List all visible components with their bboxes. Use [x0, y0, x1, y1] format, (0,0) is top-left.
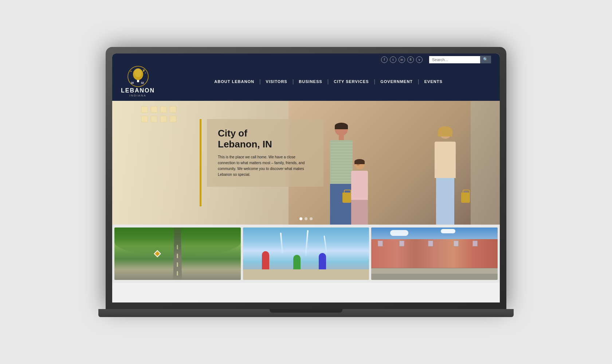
- nav-about-lebanon[interactable]: ABOUT LEBANON: [209, 79, 259, 84]
- nav-events[interactable]: EVENTS: [419, 79, 448, 84]
- figure-woman: [431, 126, 460, 225]
- laptop-body: f t in fl v 🔍: [106, 47, 506, 309]
- vimeo-icon[interactable]: v: [416, 56, 423, 63]
- figure-child: [349, 159, 370, 225]
- photo-strip: [112, 225, 500, 283]
- flickr-icon[interactable]: fl: [407, 56, 414, 63]
- child-torso: [351, 171, 368, 200]
- window-2: [399, 241, 404, 246]
- screen-bezel: f t in fl v 🔍: [112, 54, 500, 302]
- hero-title-line1: City of: [218, 128, 247, 139]
- man-hair: [335, 123, 348, 129]
- cloud-2: [441, 229, 455, 233]
- sculpture-1: [262, 251, 269, 269]
- nav-business[interactable]: BUSINESS: [294, 79, 327, 84]
- twitter-icon[interactable]: t: [390, 56, 396, 63]
- nav-visitors[interactable]: VISITORS: [261, 79, 293, 84]
- screen-content: f t in fl v 🔍: [112, 54, 500, 302]
- search-button[interactable]: 🔍: [480, 56, 491, 63]
- carousel-dot-1[interactable]: [299, 217, 302, 220]
- window-4: [454, 241, 459, 246]
- navbar: f t in fl v 🔍: [112, 54, 500, 101]
- facebook-icon[interactable]: f: [381, 56, 388, 63]
- woman-torso: [435, 142, 456, 178]
- building-windows: [141, 106, 176, 160]
- laptop-base: [98, 309, 514, 317]
- svg-text:★: ★: [130, 70, 132, 72]
- logo-emblem: ★ ★ ★ 18 32: [126, 66, 150, 87]
- child-pants: [351, 200, 368, 225]
- nav-city-services[interactable]: CITY SERVICES: [329, 79, 374, 84]
- shopping-bag-woman: [461, 193, 470, 203]
- window-3: [428, 241, 433, 246]
- city-name: LEBANON: [121, 87, 155, 94]
- photo-splash-pad[interactable]: [243, 228, 369, 280]
- woman-hair: [438, 126, 452, 136]
- search-box: 🔍: [429, 56, 491, 63]
- cloud-1: [390, 230, 408, 236]
- hero-overlay-box: City of Lebanon, IN This is the place we…: [207, 119, 323, 187]
- buildings: [371, 239, 498, 268]
- carousel-dot-3[interactable]: [310, 217, 313, 220]
- photo-trees-road[interactable]: [114, 228, 241, 280]
- window-5: [472, 241, 478, 246]
- hero-title-line2: Lebanon, IN: [218, 139, 272, 150]
- sidewalk: [371, 268, 498, 273]
- svg-text:32: 32: [141, 82, 144, 84]
- hero-description: This is the place we call home. We have …: [218, 154, 313, 178]
- hero-accent-bar: [200, 119, 201, 206]
- laptop-wrapper: f t in fl v 🔍: [87, 33, 525, 331]
- nav-government[interactable]: GOVERNMENT: [375, 79, 418, 84]
- navbar-top: f t in fl v 🔍: [112, 54, 500, 66]
- photo-downtown[interactable]: [371, 228, 498, 280]
- carousel-dot-2[interactable]: [305, 217, 307, 220]
- carousel-dots: [299, 217, 313, 220]
- nav-links: ABOUT LEBANON | VISITORS | BUSINESS | CI…: [166, 79, 491, 84]
- laptop-notch: [270, 309, 342, 313]
- child-hair: [354, 159, 365, 164]
- instagram-icon[interactable]: in: [399, 56, 405, 63]
- sculpture-2: [293, 255, 301, 269]
- hero-section: City of Lebanon, IN This is the place we…: [112, 101, 500, 225]
- social-icons: f t in fl v: [381, 56, 423, 63]
- window-1: [378, 241, 383, 246]
- state-name: INDIANA: [121, 94, 155, 97]
- logo-text: LEBANON INDIANA: [121, 87, 155, 97]
- woman-pants: [436, 178, 454, 225]
- sculpture-3: [319, 253, 326, 269]
- svg-text:18: 18: [131, 82, 134, 84]
- shopping-bag-man: [342, 193, 351, 203]
- tree-canopy: [114, 228, 241, 256]
- navbar-main: ★ ★ ★ 18 32 LEBANON: [112, 66, 500, 101]
- search-input[interactable]: [429, 56, 480, 63]
- logo-area: ★ ★ ★ 18 32 LEBANON: [121, 66, 155, 97]
- hero-title: City of Lebanon, IN: [218, 128, 313, 150]
- ground: [243, 269, 369, 280]
- svg-point-3: [134, 68, 142, 77]
